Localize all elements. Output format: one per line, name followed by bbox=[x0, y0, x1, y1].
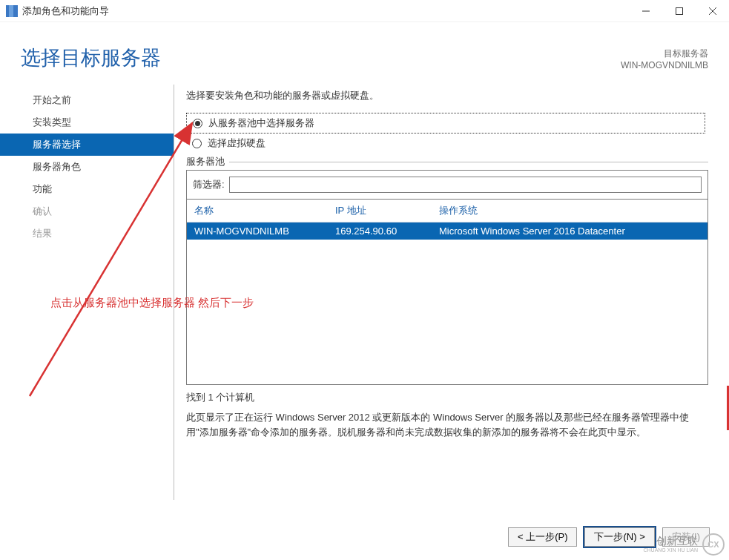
radio-icon bbox=[193, 119, 202, 128]
radio-from-pool-label: 从服务器池中选择服务器 bbox=[208, 116, 314, 130]
table-row[interactable]: WIN-MOGVNDNILMB 169.254.90.60 Microsoft … bbox=[187, 223, 707, 240]
watermark-line2: CHUANG XIN HU LIAN bbox=[643, 547, 698, 553]
column-header-ip[interactable]: IP 地址 bbox=[335, 204, 439, 217]
app-icon bbox=[6, 5, 18, 17]
content-pane: 选择要安装角色和功能的服务器或虚拟硬盘。 从服务器池中选择服务器 选择虚拟硬盘 … bbox=[174, 85, 729, 500]
annotation-text: 点击从服务器池中选择服务器 然后下一步 bbox=[50, 296, 254, 310]
instruction-text: 选择要安装角色和功能的服务器或虚拟硬盘。 bbox=[186, 89, 708, 102]
cell-os: Microsoft Windows Server 2016 Datacenter bbox=[439, 225, 700, 237]
sidebar-item-features[interactable]: 功能 bbox=[0, 178, 174, 200]
cell-ip: 169.254.90.60 bbox=[335, 225, 439, 237]
target-server-info: 目标服务器 WIN-MOGVNDNILMB bbox=[621, 47, 708, 71]
radio-icon bbox=[192, 139, 202, 148]
close-button[interactable] bbox=[696, 0, 729, 22]
maximize-button[interactable] bbox=[662, 0, 696, 22]
sidebar-item-install-type[interactable]: 安装类型 bbox=[0, 111, 174, 134]
column-header-os[interactable]: 操作系统 bbox=[439, 204, 700, 217]
filter-input[interactable] bbox=[229, 177, 702, 193]
found-count: 找到 1 个计算机 bbox=[186, 391, 708, 404]
server-table: 名称 IP 地址 操作系统 WIN-MOGVNDNILMB 169.254.90… bbox=[186, 200, 708, 385]
target-name: WIN-MOGVNDNILMB bbox=[621, 59, 708, 71]
radio-vhd[interactable]: 选择虚拟硬盘 bbox=[186, 135, 708, 151]
sidebar-item-server-roles[interactable]: 服务器角色 bbox=[0, 156, 174, 178]
radio-vhd-label: 选择虚拟硬盘 bbox=[208, 136, 265, 150]
server-pool-title: 服务器池 bbox=[186, 155, 229, 168]
sidebar-item-before-start[interactable]: 开始之前 bbox=[0, 89, 174, 111]
filter-label: 筛选器: bbox=[193, 178, 225, 191]
next-button-label: 下一步(N) > bbox=[594, 530, 644, 544]
watermark: 创新互联 CHUANG XIN HU LIAN CX bbox=[643, 533, 725, 556]
sidebar-item-results: 结果 bbox=[0, 223, 174, 245]
target-label: 目标服务器 bbox=[621, 47, 708, 59]
cell-name: WIN-MOGVNDNILMB bbox=[194, 225, 335, 237]
watermark-line1: 创新互联 bbox=[643, 536, 698, 547]
watermark-badge: CX bbox=[702, 533, 725, 556]
column-header-name[interactable]: 名称 bbox=[194, 204, 335, 217]
sidebar-item-confirm: 确认 bbox=[0, 200, 174, 223]
svg-rect-1 bbox=[676, 7, 682, 14]
sidebar-item-server-selection[interactable]: 服务器选择 bbox=[0, 134, 174, 156]
description-text: 此页显示了正在运行 Windows Server 2012 或更新版本的 Win… bbox=[186, 410, 708, 439]
page-title: 选择目标服务器 bbox=[21, 45, 161, 71]
prev-button-label: < 上一步(P) bbox=[518, 530, 568, 544]
window-title: 添加角色和功能向导 bbox=[22, 4, 109, 18]
prev-button[interactable]: < 上一步(P) bbox=[508, 527, 578, 547]
title-bar: 添加角色和功能向导 bbox=[0, 0, 729, 22]
radio-from-pool[interactable]: 从服务器池中选择服务器 bbox=[187, 115, 705, 131]
wizard-steps-sidebar: 开始之前 安装类型 服务器选择 服务器角色 功能 确认 结果 bbox=[0, 85, 174, 500]
minimize-button[interactable] bbox=[629, 0, 662, 22]
